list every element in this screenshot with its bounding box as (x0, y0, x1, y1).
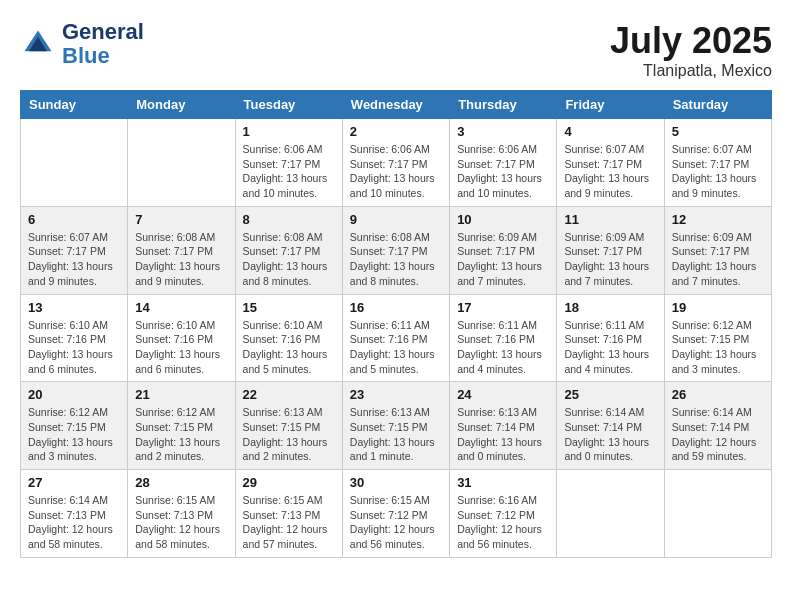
logo-line1: General (62, 19, 144, 44)
day-detail: Sunrise: 6:13 AM Sunset: 7:15 PM Dayligh… (243, 405, 335, 464)
calendar-cell: 9Sunrise: 6:08 AM Sunset: 7:17 PM Daylig… (342, 206, 449, 294)
day-number: 19 (672, 300, 764, 315)
calendar-cell: 18Sunrise: 6:11 AM Sunset: 7:16 PM Dayli… (557, 294, 664, 382)
calendar-cell: 7Sunrise: 6:08 AM Sunset: 7:17 PM Daylig… (128, 206, 235, 294)
day-number: 25 (564, 387, 656, 402)
day-detail: Sunrise: 6:12 AM Sunset: 7:15 PM Dayligh… (672, 318, 764, 377)
day-number: 3 (457, 124, 549, 139)
calendar-cell: 17Sunrise: 6:11 AM Sunset: 7:16 PM Dayli… (450, 294, 557, 382)
day-number: 10 (457, 212, 549, 227)
day-detail: Sunrise: 6:13 AM Sunset: 7:15 PM Dayligh… (350, 405, 442, 464)
logo-text: General Blue (62, 20, 144, 68)
day-number: 5 (672, 124, 764, 139)
day-detail: Sunrise: 6:09 AM Sunset: 7:17 PM Dayligh… (564, 230, 656, 289)
day-number: 12 (672, 212, 764, 227)
title-section: July 2025 Tlanipatla, Mexico (610, 20, 772, 80)
day-number: 7 (135, 212, 227, 227)
day-detail: Sunrise: 6:06 AM Sunset: 7:17 PM Dayligh… (243, 142, 335, 201)
day-number: 22 (243, 387, 335, 402)
calendar-cell: 28Sunrise: 6:15 AM Sunset: 7:13 PM Dayli… (128, 470, 235, 558)
weekday-header-wednesday: Wednesday (342, 91, 449, 119)
day-number: 17 (457, 300, 549, 315)
calendar-cell: 29Sunrise: 6:15 AM Sunset: 7:13 PM Dayli… (235, 470, 342, 558)
logo-icon (20, 26, 56, 62)
calendar-cell: 19Sunrise: 6:12 AM Sunset: 7:15 PM Dayli… (664, 294, 771, 382)
calendar-cell: 14Sunrise: 6:10 AM Sunset: 7:16 PM Dayli… (128, 294, 235, 382)
day-detail: Sunrise: 6:15 AM Sunset: 7:13 PM Dayligh… (243, 493, 335, 552)
day-number: 2 (350, 124, 442, 139)
day-number: 6 (28, 212, 120, 227)
calendar-week-row: 1Sunrise: 6:06 AM Sunset: 7:17 PM Daylig… (21, 119, 772, 207)
day-detail: Sunrise: 6:15 AM Sunset: 7:13 PM Dayligh… (135, 493, 227, 552)
day-detail: Sunrise: 6:11 AM Sunset: 7:16 PM Dayligh… (350, 318, 442, 377)
day-number: 27 (28, 475, 120, 490)
day-number: 20 (28, 387, 120, 402)
day-number: 26 (672, 387, 764, 402)
calendar-cell: 15Sunrise: 6:10 AM Sunset: 7:16 PM Dayli… (235, 294, 342, 382)
weekday-header-thursday: Thursday (450, 91, 557, 119)
weekday-header-friday: Friday (557, 91, 664, 119)
day-detail: Sunrise: 6:11 AM Sunset: 7:16 PM Dayligh… (564, 318, 656, 377)
day-detail: Sunrise: 6:07 AM Sunset: 7:17 PM Dayligh… (28, 230, 120, 289)
day-number: 31 (457, 475, 549, 490)
day-detail: Sunrise: 6:12 AM Sunset: 7:15 PM Dayligh… (135, 405, 227, 464)
day-detail: Sunrise: 6:08 AM Sunset: 7:17 PM Dayligh… (243, 230, 335, 289)
calendar-cell: 26Sunrise: 6:14 AM Sunset: 7:14 PM Dayli… (664, 382, 771, 470)
day-detail: Sunrise: 6:07 AM Sunset: 7:17 PM Dayligh… (564, 142, 656, 201)
calendar-cell: 25Sunrise: 6:14 AM Sunset: 7:14 PM Dayli… (557, 382, 664, 470)
day-number: 14 (135, 300, 227, 315)
day-detail: Sunrise: 6:09 AM Sunset: 7:17 PM Dayligh… (672, 230, 764, 289)
day-number: 23 (350, 387, 442, 402)
calendar-week-row: 20Sunrise: 6:12 AM Sunset: 7:15 PM Dayli… (21, 382, 772, 470)
calendar-cell: 23Sunrise: 6:13 AM Sunset: 7:15 PM Dayli… (342, 382, 449, 470)
calendar-cell (128, 119, 235, 207)
calendar-cell: 10Sunrise: 6:09 AM Sunset: 7:17 PM Dayli… (450, 206, 557, 294)
day-detail: Sunrise: 6:09 AM Sunset: 7:17 PM Dayligh… (457, 230, 549, 289)
day-number: 8 (243, 212, 335, 227)
calendar-cell: 5Sunrise: 6:07 AM Sunset: 7:17 PM Daylig… (664, 119, 771, 207)
month-title: July 2025 (610, 20, 772, 62)
calendar-cell: 12Sunrise: 6:09 AM Sunset: 7:17 PM Dayli… (664, 206, 771, 294)
day-detail: Sunrise: 6:12 AM Sunset: 7:15 PM Dayligh… (28, 405, 120, 464)
day-number: 15 (243, 300, 335, 315)
day-detail: Sunrise: 6:07 AM Sunset: 7:17 PM Dayligh… (672, 142, 764, 201)
day-number: 16 (350, 300, 442, 315)
weekday-header-tuesday: Tuesday (235, 91, 342, 119)
calendar-cell (557, 470, 664, 558)
calendar-cell: 24Sunrise: 6:13 AM Sunset: 7:14 PM Dayli… (450, 382, 557, 470)
calendar: SundayMondayTuesdayWednesdayThursdayFrid… (20, 90, 772, 558)
day-detail: Sunrise: 6:14 AM Sunset: 7:14 PM Dayligh… (672, 405, 764, 464)
day-detail: Sunrise: 6:11 AM Sunset: 7:16 PM Dayligh… (457, 318, 549, 377)
calendar-week-row: 6Sunrise: 6:07 AM Sunset: 7:17 PM Daylig… (21, 206, 772, 294)
day-detail: Sunrise: 6:15 AM Sunset: 7:12 PM Dayligh… (350, 493, 442, 552)
day-detail: Sunrise: 6:13 AM Sunset: 7:14 PM Dayligh… (457, 405, 549, 464)
day-number: 4 (564, 124, 656, 139)
weekday-header-row: SundayMondayTuesdayWednesdayThursdayFrid… (21, 91, 772, 119)
calendar-cell: 27Sunrise: 6:14 AM Sunset: 7:13 PM Dayli… (21, 470, 128, 558)
location-title: Tlanipatla, Mexico (610, 62, 772, 80)
weekday-header-saturday: Saturday (664, 91, 771, 119)
calendar-cell: 21Sunrise: 6:12 AM Sunset: 7:15 PM Dayli… (128, 382, 235, 470)
day-detail: Sunrise: 6:08 AM Sunset: 7:17 PM Dayligh… (350, 230, 442, 289)
calendar-cell: 2Sunrise: 6:06 AM Sunset: 7:17 PM Daylig… (342, 119, 449, 207)
day-detail: Sunrise: 6:10 AM Sunset: 7:16 PM Dayligh… (28, 318, 120, 377)
day-detail: Sunrise: 6:14 AM Sunset: 7:13 PM Dayligh… (28, 493, 120, 552)
day-detail: Sunrise: 6:08 AM Sunset: 7:17 PM Dayligh… (135, 230, 227, 289)
day-detail: Sunrise: 6:14 AM Sunset: 7:14 PM Dayligh… (564, 405, 656, 464)
day-number: 9 (350, 212, 442, 227)
weekday-header-sunday: Sunday (21, 91, 128, 119)
calendar-week-row: 27Sunrise: 6:14 AM Sunset: 7:13 PM Dayli… (21, 470, 772, 558)
calendar-cell: 4Sunrise: 6:07 AM Sunset: 7:17 PM Daylig… (557, 119, 664, 207)
calendar-cell: 11Sunrise: 6:09 AM Sunset: 7:17 PM Dayli… (557, 206, 664, 294)
day-detail: Sunrise: 6:06 AM Sunset: 7:17 PM Dayligh… (457, 142, 549, 201)
calendar-cell: 3Sunrise: 6:06 AM Sunset: 7:17 PM Daylig… (450, 119, 557, 207)
day-detail: Sunrise: 6:10 AM Sunset: 7:16 PM Dayligh… (243, 318, 335, 377)
day-number: 18 (564, 300, 656, 315)
calendar-cell (21, 119, 128, 207)
day-number: 30 (350, 475, 442, 490)
day-number: 28 (135, 475, 227, 490)
calendar-week-row: 13Sunrise: 6:10 AM Sunset: 7:16 PM Dayli… (21, 294, 772, 382)
calendar-cell (664, 470, 771, 558)
calendar-cell: 20Sunrise: 6:12 AM Sunset: 7:15 PM Dayli… (21, 382, 128, 470)
day-number: 1 (243, 124, 335, 139)
